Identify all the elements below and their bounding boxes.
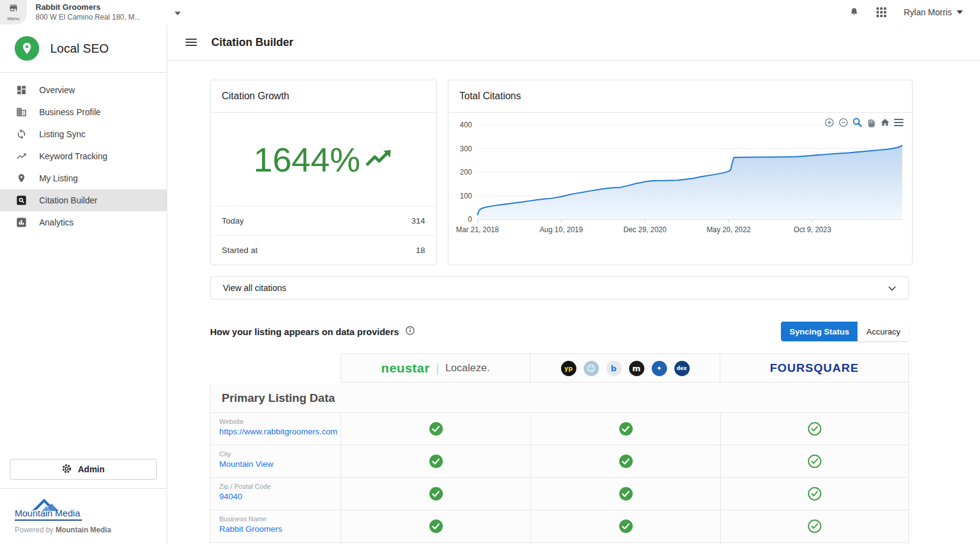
home-icon[interactable]	[880, 118, 890, 127]
neustar-logo: neustar	[381, 361, 429, 376]
zoom-select-icon[interactable]	[853, 118, 862, 127]
today-value: 314	[411, 216, 425, 225]
building-icon	[16, 107, 27, 118]
apps-grid-icon	[876, 7, 886, 17]
started-at-value: 18	[416, 246, 425, 255]
sidebar-item-business-profile[interactable]: Business Profile	[0, 101, 167, 123]
sidebar-item-overview[interactable]: Overview	[0, 79, 167, 101]
table-row: Business Name Rabbit Groomers	[211, 510, 908, 542]
merchantcircle-icon: m	[629, 361, 644, 376]
check-circle-icon	[429, 487, 443, 501]
sidebar-item-my-listing[interactable]: My Listing	[0, 167, 167, 189]
check-outline-icon	[808, 487, 821, 501]
check-circle-icon	[619, 519, 633, 533]
svg-text:0: 0	[468, 215, 472, 224]
total-citations-title: Total Citations	[448, 80, 912, 113]
providers-header-row: neustar | Localeze. yp ☺ b m ✦ dex FOURS…	[210, 353, 909, 383]
menu-bars-icon[interactable]	[894, 119, 903, 126]
search-box-icon	[16, 195, 27, 206]
check-outline-icon	[808, 422, 821, 436]
svg-text:May 20, 2022: May 20, 2022	[707, 225, 751, 234]
svg-text:Oct 9, 2023: Oct 9, 2023	[794, 225, 832, 234]
sidebar-item-keyword-tracking[interactable]: Keyword Tracking	[0, 145, 167, 167]
powered-by: Powered by Mountain Media	[15, 526, 167, 534]
pan-hand-icon[interactable]	[867, 118, 876, 127]
sidebar: Local SEO Overview Business Profile List…	[0, 25, 167, 544]
svg-text:400: 400	[460, 121, 472, 129]
accuracy-button[interactable]: Accuracy	[858, 322, 909, 341]
dashboard-icon	[16, 85, 27, 96]
field-label: City	[219, 450, 341, 458]
chevron-down-icon	[175, 7, 181, 18]
trending-up-icon	[365, 149, 393, 170]
table-row: Website https://www.rabbitgroomers.com	[211, 412, 908, 445]
field-label: Zip / Postal Code	[219, 483, 341, 490]
website-link[interactable]: https://www.rabbitgroomers.com	[219, 427, 341, 436]
yellowpages-icon: yp	[561, 361, 576, 376]
business-name-link[interactable]: Rabbit Groomers	[219, 524, 341, 534]
superpages-icon: ✦	[652, 361, 667, 376]
apps-grid-button[interactable]	[876, 7, 886, 17]
providers-section-title: How your listing appears on data provide…	[210, 327, 399, 337]
sidebar-item-listing-sync[interactable]: Listing Sync	[0, 123, 167, 145]
primary-listing-table: Primary Listing Data Website https://www…	[210, 384, 909, 544]
field-label: Business Name	[219, 515, 341, 523]
check-circle-icon	[619, 487, 633, 501]
check-circle-icon	[619, 455, 633, 468]
brand: Local SEO	[0, 25, 167, 73]
sidebar-nav: Overview Business Profile Listing Sync K…	[0, 73, 167, 233]
bar-chart-icon	[16, 217, 27, 228]
main-area: Citation Builder Citation Growth 1644%	[167, 25, 980, 544]
page-title: Citation Builder	[211, 36, 293, 49]
gear-icon	[62, 464, 72, 475]
sidebar-item-analytics[interactable]: Analytics	[0, 211, 167, 233]
field-label: Website	[219, 418, 341, 425]
svg-text:100: 100	[460, 192, 472, 200]
zoom-in-icon[interactable]	[824, 118, 834, 127]
growth-stat-row: Started at 18	[211, 235, 436, 265]
dexknows-icon: dex	[674, 361, 690, 376]
total-citations-card: Total Citations 0100200300400Mar 21, 201…	[448, 80, 913, 265]
info-icon[interactable]	[405, 325, 415, 338]
check-circle-icon	[429, 455, 443, 468]
view-all-citations-expander[interactable]: View all citations	[210, 276, 909, 300]
user-menu[interactable]: Rylan Morris	[903, 7, 963, 17]
smiley-provider-icon: ☺	[584, 361, 599, 376]
citations-chart[interactable]: 0100200300400Mar 21, 2018Aug 10, 2019Dec…	[451, 115, 907, 249]
table-row: City Mountain View	[211, 445, 908, 477]
check-circle-icon	[619, 422, 633, 436]
admin-button[interactable]: Admin	[10, 459, 157, 480]
foursquare-logo: FOURSQUARE	[770, 361, 859, 375]
page-header: Citation Builder	[167, 25, 980, 61]
menu-button[interactable]: Menu	[0, 0, 27, 25]
business-selector[interactable]: Rabbit Groomers 800 W El Camino Real 180…	[36, 2, 181, 21]
store-icon	[9, 3, 18, 15]
notifications-button[interactable]	[849, 7, 859, 18]
syncing-status-button[interactable]: Syncing Status	[781, 322, 858, 341]
status-toggle-group: Syncing Status Accuracy	[781, 322, 909, 341]
table-row: Zip / Postal Code 94040	[211, 477, 908, 510]
trending-up-icon	[16, 151, 27, 162]
city-link[interactable]: Mountain View	[219, 459, 341, 469]
mountain-media-logo: Mountain Media	[15, 497, 82, 521]
sidebar-footer: Mountain Media Powered by Mountain Media	[0, 488, 167, 544]
zip-link[interactable]: 94040	[219, 492, 341, 501]
user-name: Rylan Morris	[903, 7, 952, 17]
check-circle-icon	[429, 422, 443, 436]
growth-percent: 1644%	[254, 140, 360, 179]
bell-icon	[849, 7, 859, 18]
svg-text:Aug 10, 2019: Aug 10, 2019	[540, 225, 583, 234]
check-outline-icon	[808, 519, 821, 533]
svg-text:200: 200	[460, 168, 472, 176]
brand-name: Local SEO	[50, 42, 109, 56]
hamburger-menu-icon[interactable]	[186, 37, 197, 48]
table-section-title: Primary Listing Data	[211, 384, 908, 412]
yp-network-column-header: yp ☺ b m ✦ dex	[530, 353, 720, 383]
zoom-out-icon[interactable]	[839, 118, 848, 127]
check-circle-icon	[429, 519, 443, 533]
sidebar-item-citation-builder[interactable]: Citation Builder	[0, 189, 167, 211]
menu-button-label: Menu	[7, 16, 20, 21]
growth-stat-row: Today 314	[211, 206, 436, 235]
svg-text:300: 300	[460, 145, 472, 153]
mountain-media-wordmark: Mountain Media	[15, 508, 82, 521]
